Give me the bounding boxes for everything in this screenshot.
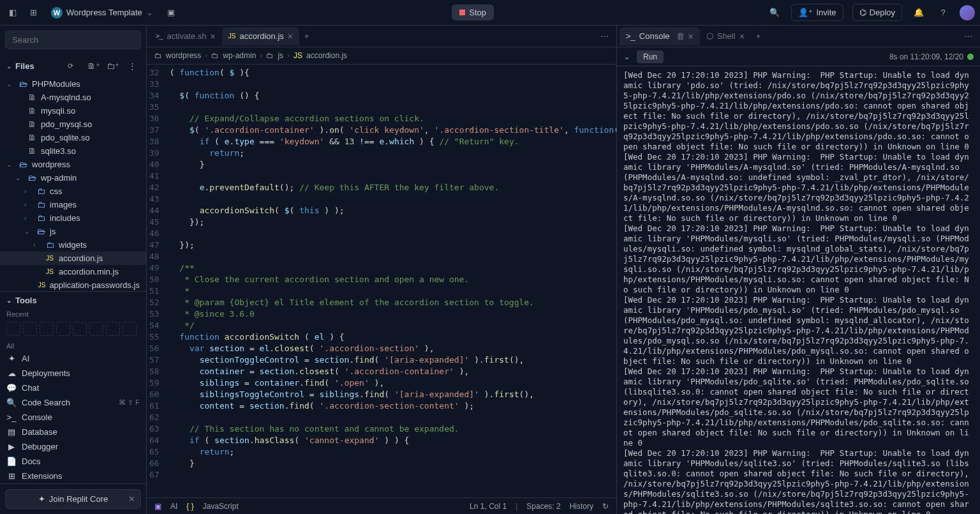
breadcrumb-item[interactable]: wordpress [166,51,201,60]
recent-slot[interactable] [122,322,137,336]
ai-status[interactable]: AI [170,502,177,511]
tab-shell[interactable]: ⬡Shell× [700,27,751,45]
recent-slot[interactable] [56,322,70,336]
tool-item-ai[interactable]: ✦AI [0,351,146,366]
search-icon[interactable]: 🔍 [767,5,782,20]
tree-item-images[interactable]: ›🗀images [0,198,146,211]
tool-label: Chat [22,383,39,393]
console-output[interactable]: [Wed Dec 20 17:20:10 2023] PHP Warning: … [617,66,980,514]
tab-activate-sh[interactable]: >_activate.sh× [149,27,222,45]
tool-item-database[interactable]: ▤Database [0,425,146,439]
tree-item-label: wp-admin [41,173,77,183]
file-icon: 🗎 [27,93,37,102]
tree-item-accordion-js[interactable]: JSaccordion.js [0,252,146,265]
chevron-icon: ⌄ [15,174,23,181]
add-tab-button[interactable]: + [751,29,766,43]
tool-item-code-search[interactable]: 🔍Code Search⌘ ⇧ F [0,395,146,410]
new-folder-icon[interactable]: 🗀⁺ [105,58,121,73]
history-icon[interactable]: ↻ [602,502,609,511]
file-icon: 🗎 [27,146,37,156]
recent-slot[interactable] [23,322,37,336]
stop-button[interactable]: Stop [452,4,494,20]
lang-icon: { } [186,502,193,511]
tool-icon: 💬 [6,383,17,393]
ai-status-icon[interactable]: ▣ [154,502,161,511]
tool-item-debugger[interactable]: ▶Debugger [0,439,146,454]
tab-accordion-js[interactable]: JSaccordion.js× [222,27,299,45]
tool-icon: ☁ [6,368,17,378]
trash-icon[interactable]: 🗑 [676,31,685,41]
tool-item-docs[interactable]: 📄Docs [0,454,146,469]
more-icon[interactable]: ⋮ [124,58,140,73]
tools-header[interactable]: ⌄ Tools [0,292,146,309]
recent-slot[interactable] [106,322,120,336]
tool-label: Docs [22,457,41,466]
tree-item-js[interactable]: ⌄🗁js [0,225,146,238]
breadcrumb-item[interactable]: js [278,51,283,60]
tree-item-application-passwords-js[interactable]: JSapplication-passwords.js [0,278,146,291]
recent-slot[interactable] [40,322,54,336]
tab-more-icon[interactable]: ⋯ [959,29,977,43]
close-icon[interactable]: ✕ [128,494,135,504]
tree-item-label: mysqli.so [41,106,75,116]
tree-item-A-mysqlnd-so[interactable]: 🗎A-mysqlnd.so [0,91,146,104]
history-status[interactable]: History [570,502,593,511]
file-icon: JS [45,255,55,262]
new-file-icon[interactable]: 🗎⁺ [86,58,101,73]
tree-item-wordpress[interactable]: ⌄🗁wordpress [0,158,146,171]
file-icon: 🗀 [45,240,55,250]
tree-item-PHPModules[interactable]: ⌄🗁PHPModules [0,77,146,91]
project-title-dropdown[interactable]: W Wordpress Template ⌄ [46,4,158,21]
preview-icon[interactable]: ▣ [163,5,179,20]
close-icon[interactable]: × [211,31,216,42]
tool-item-console[interactable]: >_Console [0,410,146,425]
close-icon[interactable]: × [688,31,694,42]
tree-item-widgets[interactable]: ›🗀widgets [0,238,146,252]
collapse-icon[interactable]: ⟳ [68,62,73,70]
language-status[interactable]: JavaScript [203,502,239,511]
close-icon[interactable]: × [288,31,293,42]
chevron-icon: ⌄ [24,228,32,235]
console-toolbar: ⌄ Run 8s on 11:20:09, 12/20 [617,47,980,66]
tree-item-includes[interactable]: ›🗀includes [0,211,146,225]
tree-item-label: pdo_mysql.so [41,119,92,129]
recent-slot[interactable] [73,322,87,336]
editor-pane: >_activate.sh×JSaccordion.js× + ⋯ 🗀 word… [147,26,616,514]
code-editor[interactable]: 3233343536373839404142434445464748495051… [147,64,616,497]
add-tab-button[interactable]: + [299,29,315,43]
spaces-status[interactable]: Spaces: 2 [526,502,560,511]
breadcrumb: 🗀 wordpress › 🗀 wp-admin › 🗀 js › JS acc… [147,47,616,64]
invite-button[interactable]: 👤⁺ Invite [791,4,843,21]
breadcrumb-item[interactable]: wp-admin [223,51,256,60]
close-icon[interactable]: × [739,31,745,42]
folder-icon: 🗀 [154,51,162,60]
tree-item-accordion-min-js[interactable]: JSaccordion.min.js [0,265,146,278]
files-header[interactable]: ⌄ Files ⟳ 🗎⁺ 🗀⁺ ⋮ [0,54,146,77]
run-button[interactable]: Run [637,50,664,63]
breadcrumb-item[interactable]: accordion.js [306,51,347,60]
tab-label: Console [639,31,670,41]
recent-slot[interactable] [6,322,20,336]
tool-item-deployments[interactable]: ☁Deployments [0,366,146,381]
tree-item-sqlite3-so[interactable]: 🗎sqlite3.so [0,144,146,158]
chevron-down-icon[interactable]: ⌄ [623,52,630,61]
bell-icon[interactable]: 🔔 [911,5,926,20]
search-input[interactable] [5,31,141,49]
recent-slot[interactable] [89,322,103,336]
sidebar-toggle-icon[interactable]: ◧ [5,5,20,20]
avatar[interactable] [960,5,975,20]
tool-item-extensions[interactable]: ⊞Extensions [0,469,146,483]
tree-item-wp-admin[interactable]: ⌄🗁wp-admin [0,171,146,185]
tree-item-pdo_sqlite-so[interactable]: 🗎pdo_sqlite.so [0,131,146,144]
deploy-button[interactable]: ⌬ Deploy [852,4,902,21]
help-icon[interactable]: ? [935,5,951,20]
tree-item-css[interactable]: ›🗀css [0,185,146,198]
join-replit-core-button[interactable]: ✦ Join Replit Core ✕ [5,489,141,509]
tool-item-chat[interactable]: 💬Chat [0,381,146,395]
tab-more-icon[interactable]: ⋯ [595,29,614,43]
cursor-position[interactable]: Ln 1, Col 1 [470,502,507,511]
tab-console[interactable]: >_Console🗑× [620,27,700,45]
grid-icon[interactable]: ⊞ [26,5,41,20]
tree-item-pdo_mysql-so[interactable]: 🗎pdo_mysql.so [0,117,146,131]
tree-item-mysqli-so[interactable]: 🗎mysqli.so [0,104,146,117]
